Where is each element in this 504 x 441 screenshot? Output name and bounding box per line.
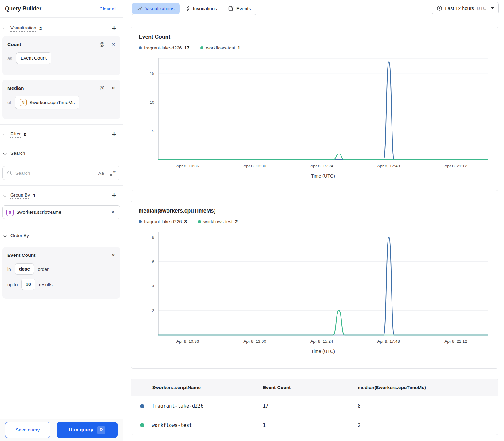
filter-section-header: Filter 0 + [0,127,123,141]
run-query-button[interactable]: Run query R [57,422,118,438]
group-by-section-label: Group By [10,192,30,199]
median-field-selector[interactable]: N $workers.cpuTimeMs [15,96,80,109]
add-filter-button[interactable]: + [112,131,116,137]
script-name-cell: fragrant-lake-d226 [152,403,203,409]
search-placeholder: Search [15,170,98,176]
legend-color-dot [200,46,203,49]
case-sensitive-toggle[interactable]: Aa [98,170,104,176]
aggregation-name: Median [7,85,24,91]
in-label: in [7,267,11,272]
tab-events[interactable]: Events [223,3,256,14]
x-axis-title: Time (UTC) [311,349,335,354]
event-count-cell: 1 [263,423,358,428]
sort-direction-selector[interactable]: desc [15,263,34,275]
sidebar-header: Query Builder Clear all [0,0,123,18]
visualization-section-header: Visualization 2 + [0,21,123,35]
chart-title: Event Count [139,34,498,40]
page-title: Query Builder [5,6,41,12]
x-tick-label: Apr 8, 21:12 [444,164,467,168]
order-by-section-header: Order By [0,229,123,243]
legend-item[interactable]: workflows-test 1 [200,45,240,50]
up-to-label: up to [7,282,18,287]
event-count-chart: 51015Apr 8, 10:36Apr 8, 13:00Apr 8, 15:2… [138,54,491,181]
legend-series-name: workflows-test [203,219,233,224]
at-mention-icon[interactable]: @ [99,85,104,91]
y-tick-label: 2 [152,308,154,313]
order-by-card: Event Count ✕ in desc order up to 10 res… [2,247,120,299]
chart-legend: fragrant-lake-d226 8 workflows-test 2 [139,219,498,224]
remove-group-by-button[interactable]: ✕ [106,206,120,219]
chevron-down-icon[interactable] [3,26,6,29]
script-name-cell: workflows-test [152,423,192,428]
query-builder-sidebar: Query Builder Clear all Visualization 2 … [0,0,123,441]
group-by-section-header: Group By 1 + [0,188,123,202]
table-row[interactable]: fragrant-lake-d226 17 8 [131,396,498,416]
legend-series-value: 8 [184,219,187,224]
add-visualization-button[interactable]: + [112,25,116,31]
aggregation-name: Count [7,42,21,47]
chart-line-icon [137,6,143,11]
close-icon[interactable]: ✕ [111,42,115,47]
chevron-down-icon[interactable] [3,132,6,135]
as-label: as [7,56,12,61]
y-tick-label: 5 [152,129,154,133]
group-by-field: $workers.scriptName [17,209,61,215]
bolt-icon [186,6,190,11]
chart-legend: fragrant-lake-d226 17 workflows-test 1 [139,45,498,50]
at-mention-icon[interactable]: @ [99,41,104,48]
legend-color-dot [139,46,142,49]
regex-toggle-icon[interactable]: * [109,170,116,176]
search-section-header: Search [0,147,123,160]
result-limit-input[interactable]: 10 [21,279,35,290]
column-header-script-name: $workers.scriptName [131,385,263,390]
visualization-alias-field[interactable]: Event Count [16,52,51,64]
close-icon[interactable]: ✕ [111,252,115,258]
order-by-section-label: Order By [10,233,29,239]
chart-title: median($workers.cpuTimeMs) [139,208,498,214]
search-input[interactable]: Search Aa * [2,166,120,180]
y-tick-label: 10 [149,100,154,105]
series-line-workflows-test [158,310,488,335]
clear-all-link[interactable]: Clear all [100,6,116,11]
events-icon [228,6,234,11]
legend-series-value: 17 [184,45,190,50]
median-cputime-chart: 2468Apr 8, 10:36Apr 8, 13:00Apr 8, 15:24… [138,228,491,356]
time-range-value: Last 12 hours [445,6,474,11]
group-by-item[interactable]: S $workers.scriptName ✕ [2,205,120,219]
results-table-card: $workers.scriptName Event Count median($… [131,379,498,435]
column-header-event-count: Event Count [263,385,358,390]
x-tick-label: Apr 8, 13:00 [243,339,266,344]
legend-item[interactable]: workflows-test 2 [198,219,238,224]
x-tick-label: Apr 8, 21:12 [444,339,467,344]
view-tabs: Visualizations Invocations Events [131,2,257,15]
main-content: Visualizations Invocations Events [123,0,504,441]
chevron-down-icon[interactable] [3,193,6,197]
run-query-label: Run query [69,427,93,433]
chevron-down-icon[interactable] [3,151,6,155]
field-value: $workers.cpuTimeMs [30,100,75,105]
run-shortcut-badge: R [97,426,105,434]
group-by-count: 1 [33,193,35,198]
legend-series-name: fragrant-lake-d226 [144,219,182,224]
results-label: results [39,282,53,287]
tab-label: Visualizations [145,6,175,11]
series-color-dot [140,404,144,408]
series-line-fragrant-lake-d226 [158,62,488,160]
table-row[interactable]: workflows-test 1 2 [131,416,498,435]
time-range-selector[interactable]: Last 12 hours UTC [432,2,499,14]
add-group-by-button[interactable]: + [112,192,116,198]
tab-visualizations[interactable]: Visualizations [132,3,180,14]
x-tick-label: Apr 8, 13:00 [243,164,266,168]
search-section-label: Search [10,150,25,157]
close-icon[interactable]: ✕ [111,85,115,91]
legend-item[interactable]: fragrant-lake-d226 17 [139,45,189,50]
save-query-button[interactable]: Save query [5,422,50,438]
visualization-card-count: Count @ ✕ as Event Count [2,36,120,75]
chevron-down-icon[interactable] [3,234,6,237]
sidebar-footer: Save query Run query R [0,419,123,441]
y-tick-label: 4 [152,284,154,288]
search-icon [7,170,12,176]
tab-invocations[interactable]: Invocations [180,3,222,14]
legend-item[interactable]: fragrant-lake-d226 8 [139,219,187,224]
x-axis-title: Time (UTC) [311,173,335,178]
